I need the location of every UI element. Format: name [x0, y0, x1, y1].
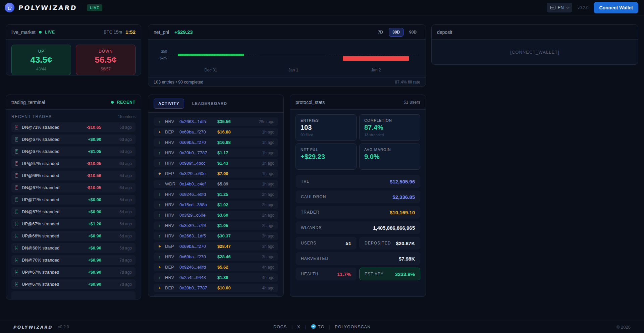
activity-tabbar: ACTIVITYLEADERBOARD	[148, 95, 283, 113]
activity-address[interactable]: 0x9246...e0fd	[179, 192, 214, 197]
activity-amount: $16.88	[217, 129, 231, 134]
activity-address[interactable]: 0x2663...1df5	[179, 119, 214, 124]
trade-row[interactable]: DN@70% stranded+$0.907d ago	[11, 255, 136, 265]
trade-row[interactable]: UP@67% stranded-$10.056d ago	[11, 159, 136, 168]
activity-row[interactable]: ↑HRV0x2663...1df5$30.373h ago	[154, 232, 278, 240]
copyright: © 2026	[616, 325, 631, 330]
activity-address[interactable]: 0x3f29...c60e	[179, 171, 214, 176]
footer-link-tg[interactable]: TG	[311, 324, 324, 330]
activity-address[interactable]: 0x69ba...f270	[179, 254, 214, 259]
stats-rows: TVL$12,505.96CAULDRON$2,336.85TRADER$10,…	[296, 175, 420, 280]
activity-row[interactable]: ↑HRV0x15cd...388a$1.022h ago	[154, 201, 278, 209]
trade-row[interactable]: DN@67% stranded-$10.056d ago	[11, 183, 136, 192]
stat-tile-value: 87.4%	[364, 124, 415, 131]
activity-row[interactable]	[154, 294, 278, 297]
recent-status-label: RECENT	[117, 100, 136, 105]
activity-row[interactable]: +DEP0x3f29...c60e$7.001h ago	[154, 169, 278, 178]
stat-row-cauldron: CAULDRON$2,336.85	[296, 190, 420, 203]
stat-tile-label: COMPLETION	[364, 118, 415, 122]
activity-address[interactable]: 0x20b0...7787	[179, 285, 214, 290]
activity-row[interactable]: ↑HRV0x2a4f...9443$1.864h ago	[154, 273, 278, 282]
trade-row[interactable]: UP@67% stranded+$0.907d ago	[11, 279, 136, 289]
trade-time: 6d ago	[105, 161, 132, 166]
trade-row[interactable]: UP@71% stranded+$0.906d ago	[11, 195, 136, 205]
activity-address[interactable]: 0x9246...e0fd	[179, 265, 214, 270]
stat-tile-sub: 90 filled	[301, 133, 352, 137]
tab-activity[interactable]: ACTIVITY	[154, 99, 184, 109]
activity-address[interactable]: 0x2663...1df5	[179, 233, 214, 238]
stat-row-label: EST APY	[365, 272, 384, 276]
activity-address[interactable]: 0x15cd...388a	[179, 202, 214, 207]
trade-label: UP@71% stranded	[22, 197, 84, 202]
footer-link-polygonscan[interactable]: POLYGONSCAN	[335, 325, 371, 329]
trade-result-icon	[15, 185, 18, 190]
activity-row[interactable]: ↑HRV0x989f...4bcc$1.431h ago	[154, 159, 278, 167]
trade-row[interactable]: DN@67% stranded+$0.906d ago	[11, 134, 136, 144]
trading-terminal-panel: trading_terminal RECENT RECENT TRADES 15…	[6, 95, 141, 299]
trade-row[interactable]: DN@67% stranded+$0.906d ago	[11, 207, 136, 217]
activity-row[interactable]: ↑HRV0x69ba...f270$28.463h ago	[154, 253, 278, 261]
activity-row[interactable]: +DEP0x69ba...f270$28.473h ago	[154, 242, 278, 251]
activity-row[interactable]: +DEP0x20b0...7787$10.004h ago	[154, 284, 278, 292]
activity-row[interactable]: ↑HRV0x3f29...c60e$3.602h ago	[154, 211, 278, 219]
trade-row[interactable]: UP@66% stranded-$10.566d ago	[11, 171, 136, 180]
trade-label: UP@67% stranded	[22, 270, 84, 275]
language-label: EN	[558, 5, 564, 10]
trade-row[interactable]: UP@67% stranded+$1.206d ago	[11, 219, 136, 229]
deposit-plus-icon: +	[157, 244, 162, 249]
activity-row[interactable]: +DEP0x69ba...f270$16.881h ago	[154, 128, 278, 136]
activity-address[interactable]: 0x69ba...f270	[179, 140, 214, 145]
version-label: v0.2.0	[578, 5, 589, 10]
range-tab-90d[interactable]: 90D	[406, 28, 420, 37]
activity-address[interactable]: 0x69ba...f270	[179, 244, 214, 249]
activity-address[interactable]: 0x20b0...7787	[179, 150, 214, 155]
activity-row[interactable]: ↑HRV0x20b0...7787$1.171h ago	[154, 149, 278, 157]
market-pair-label: BTC 15m	[104, 30, 122, 35]
range-tab-30d[interactable]: 30D	[389, 28, 404, 37]
activity-row[interactable]: ↑HRV0x3e39...a79f$1.052h ago	[154, 221, 278, 230]
activity-amount: $7.00	[217, 171, 228, 176]
activity-type: HRV	[165, 233, 176, 238]
activity-type: HRV	[165, 161, 176, 166]
activity-row[interactable]: ↑HRV0x69ba...f270$16.881h ago	[154, 138, 278, 147]
activity-address[interactable]: 0x989f...4bcc	[179, 161, 214, 166]
activity-row[interactable]: -WDR0x14b0...c4ef$5.891h ago	[154, 180, 278, 188]
countdown-timer: 1:52	[125, 29, 136, 35]
connect-wallet-button[interactable]: Connect Wallet	[594, 2, 638, 13]
activity-address[interactable]: 0x69ba...f270	[179, 129, 214, 134]
activity-amount: $1.86	[217, 275, 228, 280]
stat-row-deposited: DEPOSITED$20.87K	[359, 237, 420, 249]
activity-row[interactable]: ↑HRV0x9246...e0fd$1.252h ago	[154, 190, 278, 199]
activity-amount: $28.47	[217, 244, 231, 249]
trade-result-icon	[15, 149, 18, 154]
activity-time: 2h ago	[262, 223, 274, 228]
language-selector[interactable]: EN	[547, 3, 572, 12]
activity-address[interactable]: 0x2a4f...9443	[179, 275, 214, 280]
activity-address[interactable]: 0x3e39...a79f	[179, 223, 214, 228]
trade-row[interactable]: UP@67% stranded+$0.907d ago	[11, 267, 136, 277]
activity-amount: $1.17	[217, 150, 228, 155]
activity-address[interactable]: 0x14b0...c4ef	[179, 181, 214, 186]
stat-tile-value: 9.0%	[364, 153, 415, 161]
tab-leaderboard[interactable]: LEADERBOARD	[187, 99, 232, 109]
activity-address[interactable]: 0x3f29...c60e	[179, 213, 214, 218]
activity-row[interactable]: ↑HRV0x2663...1df5$35.5629m ago	[154, 117, 278, 126]
trade-row[interactable]: DN@68% stranded+$0.906d ago	[11, 243, 136, 253]
activity-time: 1h ago	[262, 171, 274, 176]
trade-result-icon	[15, 270, 18, 274]
down-price-card[interactable]: DOWN 56.5¢ 56/57	[76, 45, 136, 75]
footer-link-docs[interactable]: DOCS	[273, 325, 287, 329]
up-price-card[interactable]: UP 43.5¢ 43/44	[11, 45, 71, 75]
activity-row[interactable]: +DEP0x9246...e0fd$5.624h ago	[154, 263, 278, 271]
trade-time: 6d ago	[105, 173, 132, 178]
stat-row-est-apy: EST APY3233.9%	[359, 268, 420, 280]
range-tab-7d[interactable]: 7D	[374, 28, 387, 37]
stat-row-value: 11.7%	[337, 271, 351, 277]
footer-link-x[interactable]: X	[297, 325, 300, 329]
trade-row[interactable]	[11, 291, 136, 299]
trade-row[interactable]: DN@67% stranded+$1.056d ago	[11, 147, 136, 156]
trade-time: 6d ago	[105, 125, 132, 130]
trade-row[interactable]: DN@71% stranded-$10.656d ago	[11, 122, 136, 132]
trade-row[interactable]: UP@66% stranded+$0.966d ago	[11, 231, 136, 241]
footer-link-label: TG	[318, 325, 324, 329]
